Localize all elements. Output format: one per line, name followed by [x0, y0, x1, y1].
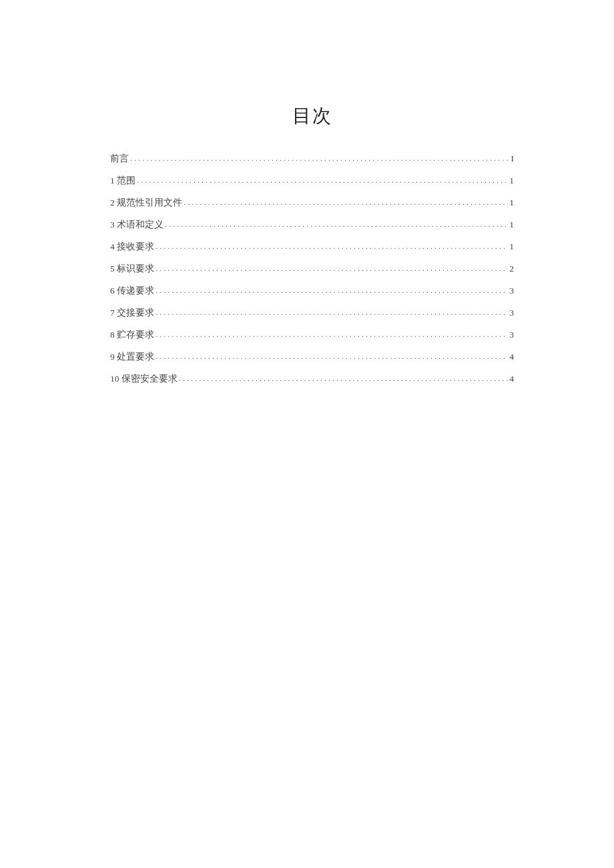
toc-leader-dots — [156, 243, 508, 250]
toc-entry: 10 保密安全要求 4 — [110, 374, 514, 384]
toc-entry: 9 处置要求 4 — [110, 352, 514, 362]
toc-entry: 5 标识要求 2 — [110, 264, 514, 274]
toc-entry-label: 4 接收要求 — [110, 242, 154, 252]
toc-entry-page: 4 — [509, 374, 514, 384]
toc-entry: 3 术语和定义 1 — [110, 220, 514, 230]
toc-leader-dots — [130, 155, 510, 162]
toc-entry-page: 4 — [509, 352, 514, 362]
toc-entry-page: 1 — [509, 242, 514, 252]
toc-entry-label: 6 传递要求 — [110, 286, 154, 296]
toc-entry-page: 1 — [509, 220, 514, 230]
toc-leader-dots — [165, 221, 508, 228]
toc-entry-label: 前言 — [110, 154, 129, 163]
toc-entry-page: 1 — [509, 176, 514, 185]
document-page: 目次 前言 I 1 范围 1 2 规范性引用文件 1 3 术语和定义 1 4 接… — [0, 0, 614, 384]
toc-entry-page: 1 — [509, 198, 514, 207]
toc-title: 目次 — [110, 103, 514, 129]
toc-leader-dots — [156, 353, 508, 360]
toc-leader-dots — [137, 177, 508, 184]
toc-entry-label: 2 规范性引用文件 — [110, 198, 182, 207]
toc-leader-dots — [156, 309, 508, 316]
toc-entry: 前言 I — [110, 154, 514, 163]
toc-entry-label: 1 范围 — [110, 176, 135, 185]
toc-entry: 2 规范性引用文件 1 — [110, 198, 514, 207]
toc-entry-label: 7 交接要求 — [110, 308, 154, 318]
toc-entry: 1 范围 1 — [110, 176, 514, 185]
toc-entry-page: 2 — [509, 264, 514, 274]
toc-entry-label: 9 处置要求 — [110, 352, 154, 362]
toc-entry: 6 传递要求 3 — [110, 286, 514, 296]
toc-leader-dots — [179, 375, 508, 382]
toc-entry-label: 3 术语和定义 — [110, 220, 164, 230]
toc-leader-dots — [156, 331, 508, 338]
toc-entry-label: 10 保密安全要求 — [110, 374, 178, 384]
toc-entry-label: 5 标识要求 — [110, 264, 154, 274]
toc-list: 前言 I 1 范围 1 2 规范性引用文件 1 3 术语和定义 1 4 接收要求… — [110, 154, 514, 384]
toc-entry-page: 3 — [509, 286, 514, 296]
toc-entry-page: 3 — [509, 308, 514, 318]
toc-entry: 7 交接要求 3 — [110, 308, 514, 318]
toc-entry: 8 贮存要求 3 — [110, 330, 514, 340]
toc-leader-dots — [184, 199, 508, 206]
toc-entry: 4 接收要求 1 — [110, 242, 514, 252]
toc-leader-dots — [156, 265, 508, 272]
toc-entry-page: 3 — [509, 330, 514, 340]
toc-leader-dots — [156, 287, 508, 294]
toc-entry-page: I — [511, 154, 515, 163]
toc-entry-label: 8 贮存要求 — [110, 330, 154, 340]
